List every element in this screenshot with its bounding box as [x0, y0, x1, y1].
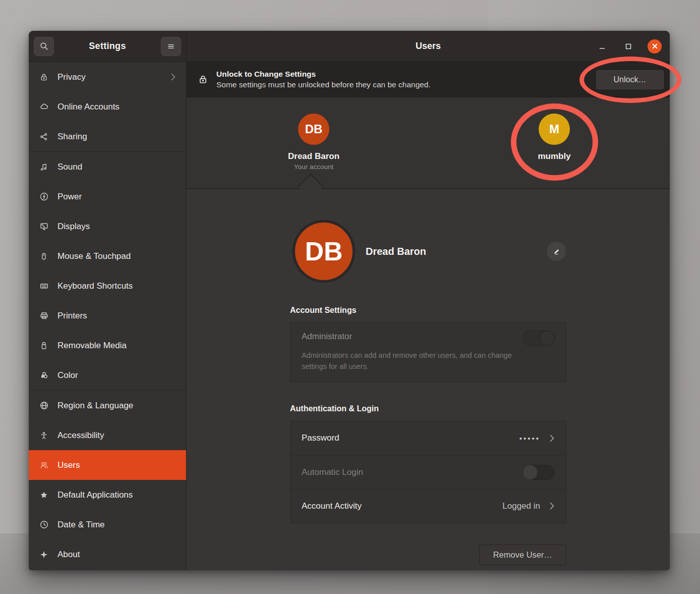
mouse-icon	[39, 251, 49, 261]
profile-name: Dread Baron	[366, 246, 426, 257]
sidebar-item-label: Keyboard Shortcuts	[57, 281, 133, 291]
account-activity-value: Logged in	[502, 501, 540, 511]
search-button[interactable]	[34, 37, 54, 56]
clock-icon	[39, 520, 49, 530]
sidebar-item-mouse-touchpad[interactable]: Mouse & Touchpad	[29, 241, 186, 271]
globe-icon	[39, 401, 49, 411]
accessibility-icon	[39, 430, 49, 441]
avatar-dread-baron: DB	[298, 114, 329, 145]
avatar-mumbly: M	[539, 114, 570, 145]
sidebar-item-label: Sharing	[57, 132, 87, 142]
sidebar-item-keyboard-shortcuts[interactable]: Keyboard Shortcuts	[29, 271, 186, 301]
account-settings-box: Administrator Administrators can add and…	[290, 322, 566, 382]
toggle-knob	[522, 465, 538, 480]
lock-icon	[198, 74, 208, 85]
chevron-right-icon	[549, 434, 555, 443]
sidebar-item-sharing[interactable]: Sharing	[29, 122, 186, 151]
unlock-button[interactable]: Unlock…	[596, 70, 664, 89]
user-selector-strip: DB Dread Baron Your account M mumbly	[187, 97, 670, 189]
sidebar-item-label: Sound	[57, 162, 82, 172]
sidebar-item-removable-media[interactable]: Removable Media	[29, 331, 186, 360]
users-icon	[39, 460, 49, 470]
chevron-right-icon	[549, 502, 555, 510]
sidebar-item-label: Accessibility	[57, 430, 104, 441]
toggle-knob	[540, 331, 555, 346]
lock-icon	[39, 72, 49, 82]
profile-avatar[interactable]: DB	[293, 221, 355, 282]
sidebar-item-region-language[interactable]: Region & Language	[29, 391, 186, 420]
sidebar-list: PrivacyOnline AccountsSharingSoundPowerD…	[29, 62, 186, 570]
sidebar-title: Settings	[54, 41, 161, 51]
user-card-mumbly[interactable]: M mumbly	[514, 114, 595, 161]
user-detail-panel: DB Dread Baron Account Settings Administ…	[187, 189, 670, 570]
hamburger-menu-icon	[166, 41, 176, 51]
sidebar-item-accessibility[interactable]: Accessibility	[29, 420, 186, 450]
profile-row: DB Dread Baron	[290, 221, 566, 282]
keyboard-icon	[39, 281, 49, 291]
sidebar-item-privacy[interactable]: Privacy	[29, 62, 186, 92]
sidebar-item-printers[interactable]: Printers	[29, 301, 186, 331]
sidebar-item-label: Online Accounts	[57, 102, 120, 112]
administrator-toggle[interactable]	[522, 331, 555, 346]
sidebar-item-power[interactable]: Power	[29, 182, 186, 211]
usb-icon	[39, 341, 49, 351]
sidebar-item-label: Power	[57, 192, 82, 202]
password-dots: •••••	[519, 434, 540, 443]
sidebar-item-label: Printers	[57, 311, 87, 321]
sidebar-item-default-applications[interactable]: Default Applications	[29, 480, 186, 510]
administrator-label: Administrator	[302, 331, 352, 342]
sidebar-item-label: Privacy	[57, 72, 86, 82]
sidebar-item-color[interactable]: Color	[29, 360, 186, 390]
window-controls	[595, 39, 670, 53]
sound-icon	[39, 162, 49, 172]
password-label: Password	[302, 433, 339, 443]
power-icon	[39, 192, 49, 202]
star-icon	[39, 490, 49, 500]
account-activity-label: Account Activity	[302, 501, 362, 511]
unlock-texts: Unlock to Change Settings Some settings …	[216, 69, 431, 90]
sidebar-item-displays[interactable]: Displays	[29, 211, 186, 241]
pencil-icon	[552, 247, 561, 256]
sidebar-item-label: Default Applications	[57, 490, 133, 500]
sidebar-item-users[interactable]: Users	[29, 450, 186, 480]
maximize-button[interactable]	[621, 39, 635, 53]
automatic-login-row: Automatic Login	[290, 455, 566, 489]
color-icon	[39, 370, 49, 381]
administrator-description: Administrators can add and remove other …	[302, 350, 523, 372]
unlock-banner: Unlock to Change Settings Some settings …	[187, 62, 670, 97]
sidebar-item-label: Removable Media	[57, 341, 127, 351]
administrator-row: Administrator	[302, 331, 555, 346]
sidebar-item-label: Color	[57, 370, 78, 381]
sidebar-item-sound[interactable]: Sound	[29, 152, 186, 182]
password-row[interactable]: Password •••••	[290, 421, 566, 455]
sidebar: Settings PrivacyOnline AccountsSharingSo…	[29, 31, 187, 570]
chevron-right-icon	[170, 73, 176, 81]
sidebar-item-online-accounts[interactable]: Online Accounts	[29, 92, 186, 122]
menu-button[interactable]	[161, 37, 181, 56]
display-icon	[39, 222, 49, 232]
main-panel: Users Unlock to Change Settings Some set…	[187, 31, 670, 570]
user-name: Dread Baron	[288, 151, 339, 161]
remove-user-button[interactable]: Remove User…	[479, 545, 566, 565]
cloud-icon	[39, 102, 49, 112]
automatic-login-toggle[interactable]	[522, 465, 555, 480]
minimize-button[interactable]	[595, 39, 609, 53]
automatic-login-label: Automatic Login	[302, 467, 363, 477]
printer-icon	[39, 311, 49, 321]
sidebar-item-date-time[interactable]: Date & Time	[29, 510, 186, 539]
auth-login-heading: Authentication & Login	[290, 404, 566, 413]
sidebar-item-about[interactable]: About	[29, 539, 186, 569]
user-card-dread-baron[interactable]: DB Dread Baron Your account	[273, 114, 354, 171]
close-button[interactable]	[648, 39, 662, 53]
user-subtitle: Your account	[294, 163, 333, 171]
sidebar-item-label: Users	[57, 460, 80, 470]
sidebar-item-label: Date & Time	[57, 520, 105, 530]
account-activity-row[interactable]: Account Activity Logged in	[290, 489, 566, 523]
settings-window: Settings PrivacyOnline AccountsSharingSo…	[29, 31, 670, 570]
auth-login-box: Password ••••• Automatic Login Account A…	[290, 421, 566, 523]
sidebar-item-label: Mouse & Touchpad	[57, 251, 131, 261]
search-icon	[39, 41, 49, 51]
sidebar-item-label: About	[57, 550, 80, 560]
sidebar-item-label: Region & Language	[57, 401, 133, 411]
edit-name-button[interactable]	[546, 241, 566, 261]
